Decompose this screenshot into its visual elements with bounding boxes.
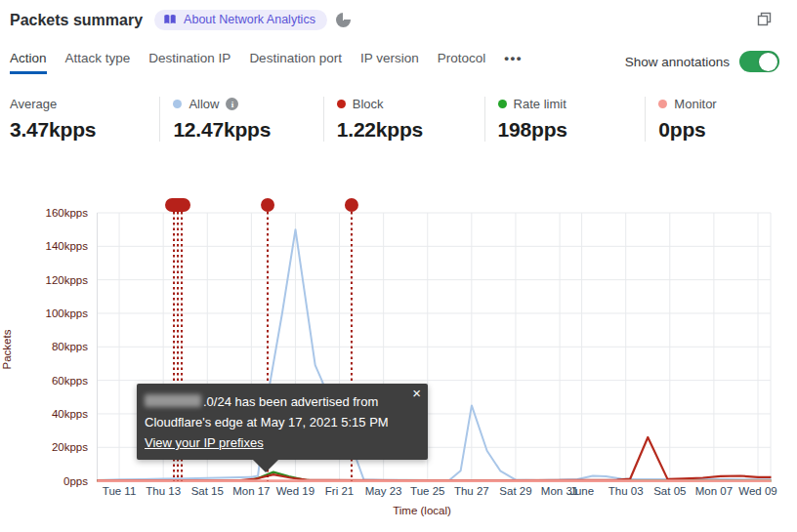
x-tick-label: Mon 07 — [695, 485, 733, 497]
x-tick-label: Sat 05 — [653, 485, 686, 497]
tooltip-close-icon[interactable]: × — [412, 386, 421, 400]
show-annotations-label: Show annotations — [625, 55, 730, 69]
packets-chart[interactable]: 160kpps140kpps120kpps100kpps80kpps60kpps… — [0, 185, 797, 517]
page-title: Packets summary — [10, 12, 143, 29]
annotation-marker[interactable] — [261, 198, 274, 212]
y-tick-label: 60kpps — [52, 375, 88, 387]
stat-label: Allow — [189, 97, 219, 111]
stat-value: 0pps — [658, 118, 777, 142]
x-tick-label: Thu 13 — [146, 485, 181, 497]
tab-list: ActionAttack typeDestination IPDestinati… — [10, 51, 523, 74]
y-tick-label: 20kpps — [52, 441, 88, 453]
book-icon — [163, 13, 177, 26]
tab-attack-type[interactable]: Attack type — [65, 51, 131, 74]
x-tick-label: Fri 21 — [325, 485, 354, 497]
x-tick-label: Wed 09 — [738, 485, 776, 497]
tab-action[interactable]: Action — [10, 51, 47, 74]
stat-monitor: Monitor0pps — [645, 97, 787, 142]
stat-label: Average — [10, 97, 57, 111]
tab-protocol[interactable]: Protocol — [438, 51, 486, 74]
stat-allow: Allowi12.47kpps — [159, 97, 322, 142]
stat-value: 12.47kpps — [173, 118, 313, 142]
y-tick-label: 140kpps — [46, 240, 89, 252]
x-tick-label: Tue 25 — [410, 485, 444, 497]
tabs-row: ActionAttack typeDestination IPDestinati… — [10, 51, 779, 74]
restore-window-icon[interactable] — [757, 12, 772, 30]
tab-ip-version[interactable]: IP version — [360, 51, 419, 74]
show-annotations-toggle[interactable] — [739, 51, 779, 72]
annotation-marker[interactable] — [165, 198, 190, 212]
stat-average: Average3.47kpps — [10, 97, 159, 142]
stat-label: Rate limit — [514, 97, 566, 111]
tooltip-line1: .0/24 has been advertised from — [145, 391, 416, 412]
badge-label: About Network Analytics — [184, 13, 315, 26]
y-tick-label: 80kpps — [52, 341, 88, 352]
annotations-control: Show annotations — [625, 51, 779, 72]
view-ip-prefixes-link[interactable]: View your IP prefixes — [145, 435, 264, 450]
stats-row: Average3.47kppsAllowi12.47kppsBlock1.22k… — [10, 97, 787, 142]
stat-value: 198pps — [498, 118, 636, 142]
x-tick-label: Mon 17 — [232, 485, 270, 497]
x-tick-label: June — [569, 485, 594, 497]
y-tick-label: 40kpps — [52, 408, 88, 420]
x-axis-title: Time (local) — [0, 505, 797, 516]
legend-dot — [337, 100, 346, 108]
x-tick-label: Thu 03 — [608, 485, 644, 497]
tooltip-caret — [253, 460, 278, 472]
stat-label: Monitor — [674, 97, 716, 111]
pie-timer-icon[interactable] — [336, 13, 351, 27]
x-tick-label: Tue 11 — [103, 485, 137, 497]
y-tick-label: 100kpps — [46, 307, 89, 319]
y-tick-label: 0pps — [63, 475, 88, 487]
tab-destination-ip[interactable]: Destination IP — [148, 51, 231, 74]
stat-block: Block1.22kpps — [323, 97, 484, 142]
x-tick-label: Sat 29 — [499, 485, 531, 497]
info-icon[interactable]: i — [226, 98, 238, 110]
stat-value: 3.47kpps — [10, 118, 149, 142]
stat-rate-limit: Rate limit198pps — [484, 97, 646, 142]
legend-dot — [173, 100, 182, 108]
legend-dot — [498, 100, 507, 108]
redacted-ip-prefix — [145, 394, 201, 407]
y-tick-label: 160kpps — [46, 207, 89, 219]
x-tick-label: May 23 — [365, 485, 402, 497]
toggle-knob — [759, 53, 777, 71]
tab-destination-port[interactable]: Destination port — [249, 51, 342, 74]
x-tick-label: Sat 15 — [191, 485, 224, 497]
tab-more-options[interactable]: ••• — [504, 51, 523, 74]
tooltip-line2: Cloudflare's edge at May 17, 2021 5:15 P… — [145, 412, 416, 432]
chart-header: Packets summary About Network Analytics — [10, 10, 787, 30]
about-network-analytics-badge[interactable]: About Network Analytics — [154, 10, 327, 30]
x-tick-label: Thu 27 — [454, 485, 489, 497]
x-tick-label: Wed 19 — [276, 485, 315, 497]
stat-label: Block — [353, 97, 384, 111]
annotation-tooltip: × .0/24 has been advertised from Cloudfl… — [137, 384, 428, 460]
legend-dot — [658, 100, 667, 108]
y-tick-label: 120kpps — [46, 274, 89, 286]
annotation-marker[interactable] — [345, 198, 358, 212]
stat-value: 1.22kpps — [337, 118, 475, 142]
